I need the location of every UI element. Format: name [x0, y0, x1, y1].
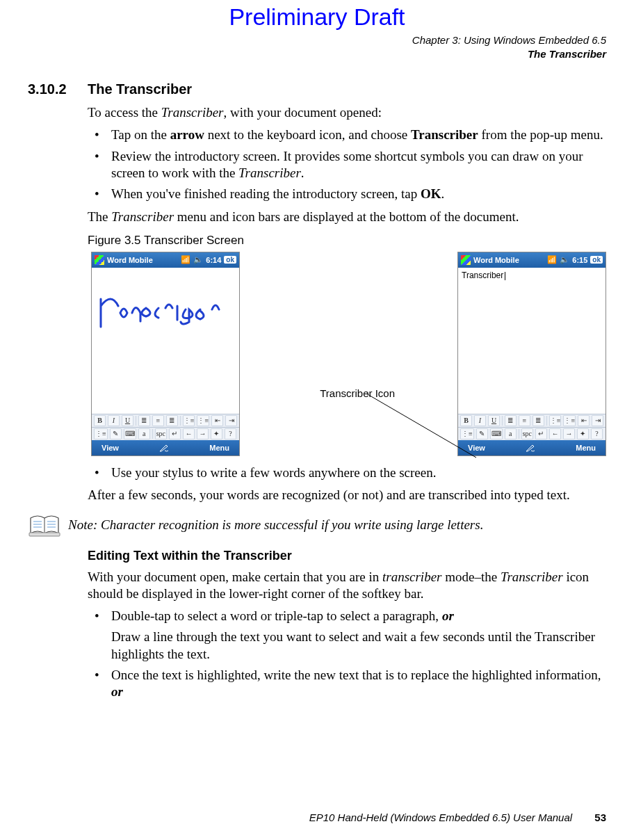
underline-button[interactable]: U — [122, 415, 133, 426]
chapter-header: Chapter 3: Using Windows Embedded 6.5 Th… — [28, 33, 606, 60]
typed-text: Transcriber — [462, 270, 505, 280]
start-flag-icon — [461, 255, 471, 265]
space-button[interactable]: spc — [521, 428, 533, 439]
canvas-area[interactable] — [92, 268, 239, 414]
underline-button[interactable]: U — [488, 415, 500, 426]
align-right-button[interactable]: ≣ — [166, 415, 178, 426]
bullets-button[interactable]: ⋮≡ — [183, 415, 195, 426]
keyboard-button[interactable]: ⌨ — [490, 428, 503, 439]
text: . — [301, 165, 304, 180]
menu-softkey[interactable]: Menu — [209, 444, 229, 452]
sub-heading: Editing Text within the Transcriber — [88, 549, 606, 563]
book-note-icon — [28, 514, 61, 538]
transcriber-toolbar: ⋮≡ ✎ ⌨ a spc ↵ ← → ✦ ? — [92, 427, 239, 440]
speaker-icon: 🔈 — [193, 255, 203, 264]
subsection-body: Editing Text within the Transcriber With… — [88, 549, 606, 701]
section-heading: 3.10.2 The Transcriber — [28, 81, 606, 97]
text-bolditalic: or — [111, 684, 123, 699]
note-text: Note: Character recognition is more succ… — [68, 514, 483, 533]
text: Double-tap to select a word or triple-ta… — [111, 608, 442, 623]
titlebar: Word Mobile 📶 🔈 6:14 ok — [92, 252, 239, 268]
numbered-button[interactable]: ⋮≡ — [197, 415, 209, 426]
view-softkey[interactable]: View — [468, 444, 485, 452]
correct-button[interactable]: ✦ — [211, 428, 222, 439]
indent-button[interactable]: ⇥ — [592, 415, 603, 426]
indent-button[interactable]: ⇥ — [225, 415, 237, 426]
enter-button[interactable]: ↵ — [169, 428, 181, 439]
app-title: Word Mobile — [107, 256, 153, 264]
figure-caption: Figure 3.5 Transcriber Screen — [88, 234, 606, 248]
text-italic: Transcriber — [238, 165, 301, 180]
help-button[interactable]: ? — [591, 428, 603, 439]
text-bold: Transcriber — [411, 127, 478, 142]
outdent-button[interactable]: ⇤ — [211, 415, 223, 426]
arrow-right-button[interactable]: → — [563, 428, 575, 439]
clock-text: 6:15 — [572, 256, 587, 264]
letter-shapes-button[interactable]: ✎ — [476, 428, 488, 439]
page-footer: EP10 Hand-Held (Windows Embedded 6.5) Us… — [309, 811, 606, 823]
para: With your document open, make certain th… — [88, 569, 606, 603]
help-button[interactable]: ? — [225, 428, 236, 439]
canvas-area[interactable]: Transcriber — [458, 268, 605, 414]
bold-button[interactable]: B — [94, 415, 106, 426]
italic-button[interactable]: I — [474, 415, 486, 426]
text: , with your document opened: — [224, 105, 382, 120]
menu-softkey[interactable]: Menu — [576, 444, 596, 452]
clock-text: 6:14 — [206, 256, 221, 264]
intro-para: To access the Transcriber, with your doc… — [88, 104, 606, 121]
align-left-button[interactable]: ≣ — [138, 415, 150, 426]
separator-icon — [546, 416, 547, 426]
case-button[interactable]: a — [138, 428, 150, 439]
chapter-line-2: The Transcriber — [28, 47, 606, 61]
text: To access the — [88, 105, 161, 120]
outdent-button[interactable]: ⇤ — [578, 415, 590, 426]
space-button[interactable]: spc — [155, 428, 167, 439]
italic-button[interactable]: I — [108, 415, 120, 426]
list-item: Once the text is highlighted, write the … — [88, 667, 606, 701]
list-item: Use your stylus to write a few words any… — [88, 465, 606, 481]
arrow-left-button[interactable]: ← — [549, 428, 561, 439]
view-softkey[interactable]: View — [101, 444, 119, 452]
text: Review the introductory screen. It provi… — [111, 149, 583, 180]
case-button[interactable]: a — [505, 428, 517, 439]
bullets-button[interactable]: ⋮≡ — [549, 415, 562, 426]
para: After a few seconds, your words are reco… — [88, 487, 606, 503]
ok-button[interactable]: ok — [224, 256, 236, 264]
speaker-icon: 🔈 — [560, 255, 569, 264]
text: next to the keyboard icon, and choose — [204, 127, 411, 142]
bullet-list-1: Tap on the arrow next to the keyboard ic… — [88, 127, 606, 202]
transcriber-icon[interactable] — [158, 443, 170, 453]
numbered-button[interactable]: ⋮≡ — [563, 415, 576, 426]
letter-shapes-button[interactable]: ✎ — [110, 428, 122, 439]
text: . — [441, 186, 445, 201]
footer-title: EP10 Hand-Held (Windows Embedded 6.5) Us… — [309, 811, 572, 823]
text-italic: Transcriber — [111, 209, 174, 224]
ok-button[interactable]: ok — [590, 256, 603, 264]
text: The — [88, 209, 111, 224]
text: When you've finished reading the introdu… — [111, 186, 421, 201]
titlebar: Word Mobile 📶 🔈 6:15 ok — [458, 252, 605, 268]
transcriber-icon[interactable] — [524, 443, 537, 453]
align-center-button[interactable]: ≡ — [152, 415, 164, 426]
bullet-list-3: Double-tap to select a word or triple-ta… — [88, 608, 606, 701]
separator-icon — [502, 416, 503, 426]
options-button[interactable]: ⋮≡ — [94, 428, 108, 439]
align-left-button[interactable]: ≣ — [505, 415, 517, 426]
align-center-button[interactable]: ≡ — [519, 415, 530, 426]
options-button[interactable]: ⋮≡ — [460, 428, 474, 439]
section-body: To access the Transcriber, with your doc… — [88, 104, 606, 504]
text-bolditalic: or — [442, 608, 454, 623]
list-item: Double-tap to select a word or triple-ta… — [88, 608, 606, 663]
keyboard-button[interactable]: ⌨ — [124, 428, 136, 439]
bold-button[interactable]: B — [460, 415, 472, 426]
separator-icon — [519, 429, 519, 439]
page: Preliminary Draft Chapter 3: Using Windo… — [0, 0, 634, 840]
text: from the pop-up menu. — [478, 127, 603, 142]
align-right-button[interactable]: ≣ — [533, 415, 544, 426]
correct-button[interactable]: ✦ — [577, 428, 589, 439]
section-title: The Transcriber — [88, 81, 192, 97]
arrow-right-button[interactable]: → — [197, 428, 209, 439]
arrow-left-button[interactable]: ← — [183, 428, 195, 439]
list-item-sub: Draw a line through the text you want to… — [111, 629, 606, 663]
enter-button[interactable]: ↵ — [535, 428, 547, 439]
